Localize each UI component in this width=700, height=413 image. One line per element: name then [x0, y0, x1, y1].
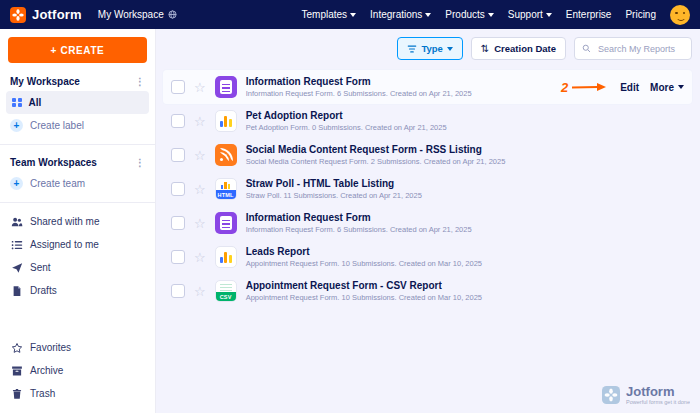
- workspace-switcher[interactable]: My Workspace: [98, 9, 177, 20]
- kebab-menu-icon[interactable]: ⋮: [135, 77, 145, 87]
- report-title: Information Request Form: [246, 212, 472, 223]
- create-team-button[interactable]: + Create team: [0, 172, 155, 195]
- draft-icon: [10, 285, 23, 297]
- archive-icon: [10, 365, 23, 377]
- watermark-tagline: Powerful forms get it done: [626, 399, 690, 405]
- chart-report-icon: [215, 110, 237, 132]
- report-subtitle: Appointment Request Form. 10 Submissions…: [246, 293, 482, 302]
- sidebar-item-drafts[interactable]: Drafts: [0, 279, 155, 302]
- chevron-down-icon: [350, 13, 356, 17]
- topbar: Jotform My Workspace Templates Integrati…: [0, 0, 700, 29]
- rss-report-icon: [215, 144, 237, 166]
- sidebar-item-archive[interactable]: Archive: [0, 359, 155, 382]
- list-icon: [10, 239, 23, 251]
- favorite-star-icon[interactable]: ☆: [194, 149, 206, 162]
- favorite-star-icon[interactable]: ☆: [194, 251, 206, 264]
- annotation-arrow-icon: [571, 82, 607, 92]
- chevron-down-icon: [546, 13, 552, 17]
- user-avatar[interactable]: [670, 5, 690, 25]
- row-checkbox[interactable]: [171, 250, 185, 264]
- row-checkbox[interactable]: [171, 182, 185, 196]
- sidebar-item-shared-with-me[interactable]: Shared with me: [0, 210, 155, 233]
- report-row[interactable]: ☆ Information Request Form Information R…: [163, 206, 692, 240]
- report-row[interactable]: ☆ Leads Report Appointment Request Form.…: [163, 240, 692, 274]
- report-subtitle: Pet Adoption Form. 0 Submissions. Create…: [246, 123, 447, 132]
- nav-products[interactable]: Products: [445, 9, 493, 20]
- favorite-star-icon[interactable]: ☆: [194, 81, 206, 94]
- chevron-down-icon: [425, 13, 431, 17]
- sidebar-spacer: [0, 302, 155, 336]
- plus-icon: +: [10, 177, 23, 190]
- report-title: Appointment Request Form - CSV Report: [246, 280, 482, 291]
- jotform-logo-icon: [602, 386, 620, 404]
- report-subtitle: Social Media Content Request Form. 2 Sub…: [246, 157, 506, 166]
- divider: [0, 144, 155, 145]
- report-title: Leads Report: [246, 246, 482, 257]
- sidebar: + CREATE My Workspace ⋮ All + Create lab…: [0, 29, 156, 413]
- nav-templates[interactable]: Templates: [302, 9, 357, 20]
- top-navigation: Templates Integrations Products Support …: [302, 5, 691, 25]
- more-button[interactable]: More: [650, 82, 684, 93]
- report-row[interactable]: ☆ CSV Appointment Request Form - CSV Rep…: [163, 274, 692, 308]
- report-title: Social Media Content Request Form - RSS …: [246, 144, 506, 155]
- chart-report-icon: [215, 246, 237, 268]
- row-checkbox[interactable]: [171, 114, 185, 128]
- report-row[interactable]: ☆ Social Media Content Request Form - RS…: [163, 138, 692, 172]
- plus-icon: +: [10, 119, 23, 132]
- report-subtitle: Appointment Request Form. 10 Submissions…: [246, 259, 482, 268]
- report-list: ☆ Information Request Form Information R…: [163, 70, 692, 308]
- search-input[interactable]: [596, 43, 684, 55]
- row-checkbox[interactable]: [171, 216, 185, 230]
- report-row[interactable]: ☆ HTML Straw Poll - HTML Table Listing S…: [163, 172, 692, 206]
- favorite-star-icon[interactable]: ☆: [194, 285, 206, 298]
- report-subtitle: Straw Poll. 11 Submissions. Created on A…: [246, 191, 422, 200]
- nav-integrations[interactable]: Integrations: [370, 9, 431, 20]
- list-toolbar: Type ⇅ Creation Date: [397, 37, 692, 60]
- favorite-star-icon[interactable]: ☆: [194, 115, 206, 128]
- html-report-icon: HTML: [215, 178, 237, 200]
- favorite-star-icon[interactable]: ☆: [194, 183, 206, 196]
- trash-icon: [10, 388, 23, 400]
- csv-report-icon: CSV: [215, 280, 237, 302]
- report-title: Pet Adoption Report: [246, 110, 447, 121]
- creation-date-sort-button[interactable]: ⇅ Creation Date: [471, 37, 566, 60]
- brand-name: Jotform: [32, 7, 82, 22]
- search-box[interactable]: [574, 37, 692, 60]
- sidebar-item-favorites[interactable]: Favorites: [0, 336, 155, 359]
- sidebar-item-all[interactable]: All: [6, 91, 149, 114]
- create-label-button[interactable]: + Create label: [0, 114, 155, 137]
- chevron-down-icon: [447, 47, 453, 51]
- nav-enterprise[interactable]: Enterprise: [566, 9, 612, 20]
- type-filter-button[interactable]: Type: [397, 37, 462, 60]
- jotform-my-workspace-screen: Jotform My Workspace Templates Integrati…: [0, 0, 700, 413]
- create-button[interactable]: + CREATE: [8, 37, 147, 63]
- star-icon: [10, 342, 23, 354]
- team-workspaces-section-header: Team Workspaces ⋮: [0, 152, 155, 172]
- nav-support[interactable]: Support: [508, 9, 552, 20]
- annotation-number: 2: [561, 80, 568, 95]
- report-row[interactable]: ☆ Pet Adoption Report Pet Adoption Form.…: [163, 104, 692, 138]
- row-checkbox[interactable]: [171, 148, 185, 162]
- chevron-down-icon: [678, 85, 684, 89]
- row-checkbox[interactable]: [171, 80, 185, 94]
- kebab-menu-icon[interactable]: ⋮: [135, 158, 145, 168]
- sidebar-item-sent[interactable]: Sent: [0, 256, 155, 279]
- annotation-step-2: 2: [561, 80, 607, 95]
- report-row[interactable]: ☆ Information Request Form Information R…: [163, 70, 692, 104]
- row-checkbox[interactable]: [171, 284, 185, 298]
- search-icon: [582, 43, 591, 54]
- edit-button[interactable]: Edit: [620, 82, 639, 93]
- form-report-icon: [215, 76, 237, 98]
- form-report-icon: [215, 212, 237, 234]
- report-subtitle: Information Request Form. 6 Submissions.…: [246, 225, 472, 234]
- favorite-star-icon[interactable]: ☆: [194, 217, 206, 230]
- brand[interactable]: Jotform: [10, 7, 82, 23]
- nav-pricing[interactable]: Pricing: [625, 9, 656, 20]
- report-subtitle: Information Request Form. 6 Submissions.…: [246, 89, 472, 98]
- people-icon: [10, 216, 23, 228]
- sidebar-item-assigned-to-me[interactable]: Assigned to me: [0, 233, 155, 256]
- divider: [0, 202, 155, 203]
- grid-icon: [12, 98, 22, 108]
- sidebar-item-trash[interactable]: Trash: [0, 382, 155, 405]
- send-icon: [10, 262, 23, 274]
